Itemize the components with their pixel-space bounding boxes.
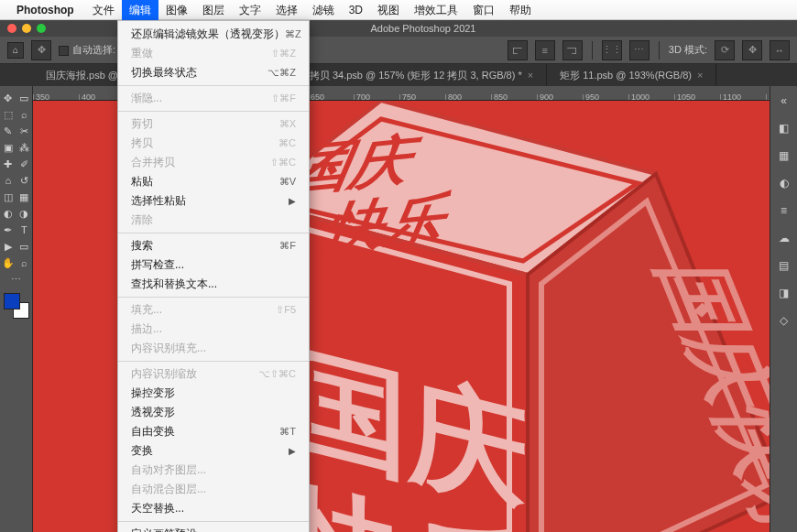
menu-item[interactable]: 切换最终状态⌥⌘Z xyxy=(118,63,309,82)
menu-item[interactable]: 搜索⌘F xyxy=(118,236,309,255)
menu-3d[interactable]: 3D xyxy=(342,0,370,20)
artboard-tool-icon[interactable]: ▭ xyxy=(16,90,33,106)
menu-item[interactable]: 变换▶ xyxy=(118,441,309,461)
menu-item[interactable]: 还原编辑滤镜效果（透视变形）⌘Z xyxy=(118,25,309,44)
channels-panel-icon[interactable]: ◨ xyxy=(775,284,793,302)
lasso-tool-icon[interactable]: ⌕ xyxy=(16,106,33,123)
menu-item: 合并拷贝⇧⌘C xyxy=(118,153,309,172)
menu-item[interactable]: 透视变形 xyxy=(118,403,309,422)
menu-plugins[interactable]: 增效工具 xyxy=(407,0,465,20)
menu-layer[interactable]: 图层 xyxy=(195,0,232,20)
auto-select-checkbox[interactable]: 自动选择: xyxy=(59,43,115,57)
menu-shortcut: ⇧F5 xyxy=(276,302,296,318)
menu-help[interactable]: 帮助 xyxy=(502,0,539,20)
history-brush-icon[interactable]: ↺ xyxy=(16,172,33,189)
menu-item[interactable]: 操控变形 xyxy=(118,384,309,403)
quick-select-tool-icon[interactable]: ✎ xyxy=(0,123,16,139)
pan-3d-icon[interactable]: ✥ xyxy=(742,40,762,60)
align-right-icon[interactable]: ⫎ xyxy=(562,40,583,60)
dodge-tool-icon[interactable]: ◑ xyxy=(16,205,33,222)
menu-shortcut: ⌘Z xyxy=(285,27,301,42)
mac-menubar: Photoshop 文件 编辑 图像 图层 文字 选择 滤镜 3D 视图 增效工… xyxy=(0,0,797,20)
close-tab-icon[interactable]: × xyxy=(528,70,533,81)
adjustments-panel-icon[interactable]: ◐ xyxy=(775,174,793,192)
divider xyxy=(659,41,660,60)
crop-tool-icon[interactable]: ✂ xyxy=(16,123,33,139)
menu-window[interactable]: 窗口 xyxy=(465,0,502,20)
orbit-3d-icon[interactable]: ⟳ xyxy=(715,40,735,60)
right-panels: « ◧ ▦ ◐ ≡ ☁ ▤ ◨ ◇ xyxy=(770,86,797,532)
stamp-tool-icon[interactable]: ⌂ xyxy=(0,172,16,189)
marquee-tool-icon[interactable]: ⬚ xyxy=(0,106,16,123)
eyedropper-tool-icon[interactable]: ⁂ xyxy=(16,139,33,156)
menu-item-label: 内容识别填充... xyxy=(131,341,206,356)
menu-file[interactable]: 文件 xyxy=(85,0,122,20)
expand-panels-icon[interactable]: « xyxy=(775,92,793,110)
menu-item[interactable]: 查找和替换文本... xyxy=(118,275,309,294)
menu-item: 自动混合图层... xyxy=(118,480,309,499)
menu-item[interactable]: 拼写检查... xyxy=(118,255,309,275)
layers-panel-icon[interactable]: ▤ xyxy=(775,256,793,275)
libraries-panel-icon[interactable]: ☁ xyxy=(775,229,793,247)
menu-item-label: 选择性粘贴 xyxy=(131,193,186,209)
swatches-panel-icon[interactable]: ▦ xyxy=(775,147,793,165)
hand-tool-icon[interactable]: ✋ xyxy=(0,255,16,271)
move-tool-icon[interactable]: ✥ xyxy=(0,90,16,106)
color-panel-icon[interactable]: ◧ xyxy=(775,119,793,137)
slide-3d-icon[interactable]: ↔ xyxy=(770,40,790,60)
paths-panel-icon[interactable]: ◇ xyxy=(775,311,793,330)
zoom-window-icon[interactable] xyxy=(37,24,46,33)
brush-tool-icon[interactable]: ✐ xyxy=(16,156,33,172)
menu-shortcut: ⌘V xyxy=(279,174,296,190)
edit-toolbar-icon[interactable]: ⋯ xyxy=(0,271,32,288)
eraser-tool-icon[interactable]: ◫ xyxy=(0,189,16,205)
color-swatches[interactable] xyxy=(4,293,29,319)
menu-item-label: 天空替换... xyxy=(131,501,184,516)
distribute-icon[interactable]: ⋮⋮ xyxy=(602,40,622,60)
close-tab-icon[interactable]: × xyxy=(697,70,703,81)
menu-item[interactable]: 定义画笔预设... xyxy=(118,525,309,532)
move-tool-preset-icon[interactable]: ✥ xyxy=(31,40,51,60)
menu-shortcut: ⇧⌘F xyxy=(271,91,296,106)
path-select-icon[interactable]: ▶ xyxy=(0,238,16,255)
menu-item: 清除 xyxy=(118,211,309,230)
document-tab[interactable]: 矩形 11.psb @ 193%(RGB/8)× xyxy=(547,64,716,86)
close-window-icon[interactable] xyxy=(7,24,16,33)
align-center-icon[interactable]: ≡ xyxy=(535,40,555,60)
divider xyxy=(592,41,593,60)
menu-item[interactable]: 自由变换⌘T xyxy=(118,422,309,441)
menu-type[interactable]: 文字 xyxy=(232,0,268,20)
menu-shortcut: ⌘X xyxy=(279,116,296,132)
menu-item-label: 自动对齐图层... xyxy=(131,462,206,478)
menu-item[interactable]: 粘贴⌘V xyxy=(118,172,309,191)
menu-item[interactable]: 选择性粘贴▶ xyxy=(118,191,309,211)
foreground-color-swatch[interactable] xyxy=(4,293,20,309)
shape-tool-icon[interactable]: ▭ xyxy=(16,238,33,255)
mode-3d-label: 3D 模式: xyxy=(669,43,707,57)
menu-select[interactable]: 选择 xyxy=(268,0,305,20)
menu-item-label: 自由变换 xyxy=(131,424,175,440)
frame-tool-icon[interactable]: ▣ xyxy=(0,139,16,156)
zoom-tool-icon[interactable]: ⌕ xyxy=(16,255,33,271)
home-icon[interactable]: ⌂ xyxy=(7,42,24,59)
pen-tool-icon[interactable]: ✒ xyxy=(0,222,16,238)
minimize-window-icon[interactable] xyxy=(22,24,31,33)
blur-tool-icon[interactable]: ◐ xyxy=(0,205,16,222)
menu-item-label: 清除 xyxy=(131,212,153,228)
align-left-icon[interactable]: ⫍ xyxy=(508,40,528,60)
healing-tool-icon[interactable]: ✚ xyxy=(0,156,16,172)
menu-view[interactable]: 视图 xyxy=(370,0,407,20)
more-align-icon[interactable]: ⋯ xyxy=(629,40,650,60)
menu-edit[interactable]: 编辑 xyxy=(122,0,158,20)
properties-panel-icon[interactable]: ≡ xyxy=(775,201,793,220)
menu-item-label: 拷贝 xyxy=(131,136,153,151)
menu-item: 渐隐...⇧⌘F xyxy=(118,89,309,108)
menu-filter[interactable]: 滤镜 xyxy=(305,0,342,20)
menu-item: 重做⇧⌘Z xyxy=(118,44,309,63)
menu-item[interactable]: 天空替换... xyxy=(118,499,309,518)
menu-image[interactable]: 图像 xyxy=(158,0,195,20)
app-name[interactable]: Photoshop xyxy=(16,4,74,16)
gradient-tool-icon[interactable]: ▦ xyxy=(16,189,33,205)
menu-item-label: 拼写检查... xyxy=(131,257,184,273)
type-tool-icon[interactable]: T xyxy=(16,222,33,238)
